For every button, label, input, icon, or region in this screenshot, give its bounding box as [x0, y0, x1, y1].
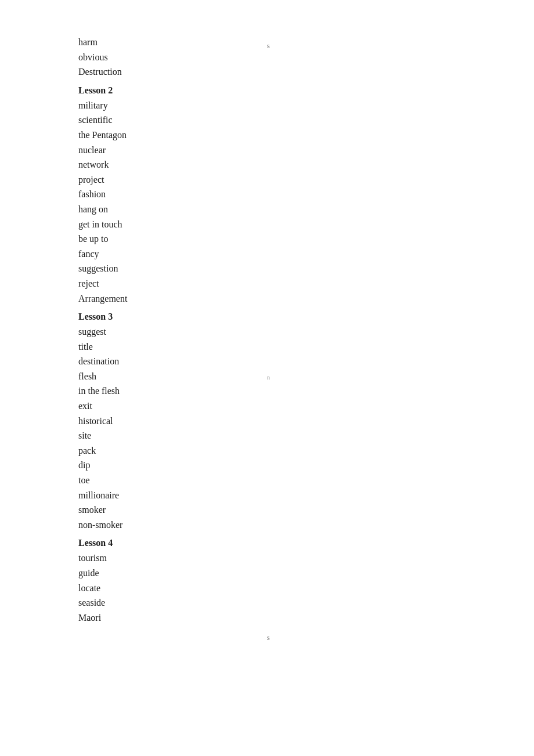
bottom-marker: s [267, 634, 270, 642]
word-reject: reject [78, 276, 488, 291]
word-locate: locate [78, 581, 488, 596]
word-seaside: seaside [78, 595, 488, 610]
word-title: title [78, 339, 488, 355]
word-suggestion: suggestion [78, 261, 488, 276]
lesson-2-section: Lesson 2 military scientific the Pentago… [78, 85, 488, 306]
word-toe: toe [78, 473, 488, 488]
word-the-pentagon: the Pentagon [78, 128, 488, 143]
word-destruction: Destruction [78, 64, 488, 79]
word-fashion: fashion [78, 187, 488, 202]
word-exit: exit [78, 399, 488, 414]
lesson-3-heading: Lesson 3 [78, 312, 488, 322]
word-fancy: fancy [78, 247, 488, 262]
word-historical: historical [78, 414, 488, 429]
word-obvious: obvious [78, 50, 488, 65]
word-site: site [78, 428, 488, 443]
lesson-4-section: Lesson 4 tourism guide locate seaside Ma… [78, 538, 488, 625]
word-harm: harm [78, 35, 488, 50]
top-marker: s [267, 42, 270, 50]
word-scientific: scientific [78, 113, 488, 128]
word-suggest: suggest [78, 324, 488, 339]
lesson-2-heading: Lesson 2 [78, 85, 488, 96]
word-network: network [78, 157, 488, 172]
content-area: harm obvious Destruction Lesson 2 milita… [78, 35, 488, 625]
word-dip: dip [78, 458, 488, 473]
word-get-in-touch: get in touch [78, 217, 488, 232]
word-in-the-flesh: in the flesh [78, 384, 488, 399]
word-non-smoker: non-smoker [78, 518, 488, 533]
lesson-4-heading: Lesson 4 [78, 538, 488, 548]
middle-marker: n [267, 374, 270, 381]
page-container: s harm obvious Destruction Lesson 2 mili… [0, 0, 534, 660]
word-project: project [78, 172, 488, 187]
word-tourism: tourism [78, 551, 488, 566]
initial-words-group: harm obvious Destruction [78, 35, 488, 79]
word-flesh: flesh [78, 369, 488, 384]
word-nuclear: nuclear [78, 143, 488, 158]
word-military: military [78, 98, 488, 113]
lesson-3-section: Lesson 3 suggest title destination flesh… [78, 312, 488, 532]
word-smoker: smoker [78, 502, 488, 518]
word-arrangement: Arrangement [78, 291, 488, 306]
word-hang-on: hang on [78, 202, 488, 217]
word-guide: guide [78, 566, 488, 581]
word-be-up-to: be up to [78, 231, 488, 247]
word-millionaire: millionaire [78, 488, 488, 503]
word-destination: destination [78, 354, 488, 369]
word-pack: pack [78, 443, 488, 458]
word-maori: Maori [78, 610, 488, 625]
